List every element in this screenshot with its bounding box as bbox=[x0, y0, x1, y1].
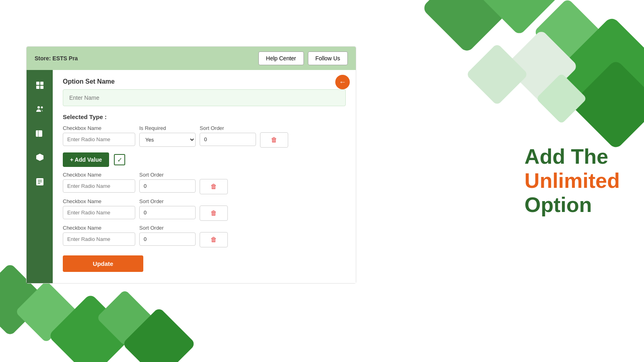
store-label-text: Store: bbox=[35, 55, 51, 62]
main-field-row: Checkbox Name Is Required Yes No Sort Or… bbox=[63, 125, 346, 148]
sub-checkbox-name-group-3: Checkbox Name bbox=[63, 225, 135, 246]
svg-rect-15 bbox=[36, 86, 39, 89]
trash-icon-4: 🗑 bbox=[211, 236, 217, 243]
content-area: ← Option Set Name Selected Type : Checkb… bbox=[27, 70, 356, 283]
sub-sort-input-3[interactable] bbox=[139, 232, 196, 246]
sub-checkbox-label-3: Checkbox Name bbox=[63, 225, 135, 231]
main-content: ← Option Set Name Selected Type : Checkb… bbox=[53, 70, 356, 283]
sub-sort-group-3: Sort Order bbox=[139, 225, 196, 246]
promo-line2: Unlimited bbox=[524, 169, 620, 193]
sub-checkbox-name-group-2: Checkbox Name bbox=[63, 198, 135, 219]
checkbox-name-group: Checkbox Name bbox=[63, 125, 135, 146]
sub-sort-label-1: Sort Order bbox=[139, 172, 196, 178]
selected-type-label: Selected Type : bbox=[63, 113, 346, 120]
trash-icon-3: 🗑 bbox=[211, 210, 217, 217]
svg-rect-9 bbox=[15, 280, 78, 343]
sidebar-item-dashboard[interactable] bbox=[31, 76, 49, 94]
option-set-name-label: Option Set Name bbox=[63, 78, 346, 85]
store-label: Store: ESTS Pra bbox=[35, 55, 78, 62]
sub-row-1: Checkbox Name Sort Order 🗑 bbox=[63, 172, 346, 194]
checkbox-check[interactable]: ✓ bbox=[114, 154, 125, 165]
sub-checkbox-name-group-1: Checkbox Name bbox=[63, 172, 135, 193]
trash-icon-1: 🗑 bbox=[271, 136, 277, 144]
sub-sort-label-3: Sort Order bbox=[139, 225, 196, 231]
help-center-button[interactable]: Help Center bbox=[258, 51, 304, 65]
svg-rect-2 bbox=[533, 0, 602, 66]
svg-rect-10 bbox=[48, 293, 133, 362]
promo-line3: Option bbox=[524, 193, 620, 217]
sub-sort-group-2: Sort Order bbox=[139, 198, 196, 219]
header-bar: Store: ESTS Pra Help Center Follow Us bbox=[27, 47, 356, 70]
sub-row-3: Checkbox Name Sort Order 🗑 bbox=[63, 225, 346, 247]
svg-rect-0 bbox=[421, 0, 512, 53]
sub-row-2: Checkbox Name Sort Order 🗑 bbox=[63, 198, 346, 221]
update-button[interactable]: Update bbox=[63, 255, 143, 272]
svg-rect-3 bbox=[555, 16, 644, 130]
box-icon bbox=[35, 153, 45, 162]
svg-rect-11 bbox=[96, 289, 153, 346]
grid-icon bbox=[35, 80, 45, 90]
svg-point-18 bbox=[41, 106, 43, 108]
sort-order-input[interactable] bbox=[200, 133, 256, 146]
app-window: Store: ESTS Pra Help Center Follow Us bbox=[26, 46, 356, 284]
back-button[interactable]: ← bbox=[335, 75, 350, 89]
checkbox-name-label: Checkbox Name bbox=[63, 125, 135, 131]
sidebar-item-catalog[interactable] bbox=[31, 124, 49, 142]
promo-section: Add The Unlimited Option bbox=[524, 145, 620, 217]
sidebar bbox=[27, 70, 53, 283]
promo-line1: Add The bbox=[524, 145, 620, 169]
delete-button-3[interactable]: 🗑 bbox=[200, 206, 228, 221]
is-required-label: Is Required bbox=[139, 125, 196, 131]
header-buttons: Help Center Follow Us bbox=[258, 51, 348, 65]
sidebar-item-users[interactable] bbox=[31, 100, 49, 118]
sub-sort-input-2[interactable] bbox=[139, 206, 196, 219]
svg-point-17 bbox=[37, 106, 40, 109]
is-required-group: Is Required Yes No bbox=[139, 125, 196, 147]
svg-rect-4 bbox=[504, 29, 578, 103]
sub-checkbox-label-1: Checkbox Name bbox=[63, 172, 135, 178]
delete-button-1[interactable]: 🗑 bbox=[260, 132, 288, 148]
sub-checkbox-input-3[interactable] bbox=[63, 232, 135, 246]
sort-order-label: Sort Order bbox=[200, 125, 256, 131]
store-name-text: ESTS Pra bbox=[52, 55, 78, 62]
option-set-name-input[interactable] bbox=[63, 89, 346, 106]
svg-rect-7 bbox=[536, 73, 587, 124]
users-icon bbox=[35, 105, 45, 114]
back-arrow-icon: ← bbox=[339, 78, 346, 86]
svg-rect-14 bbox=[40, 82, 43, 85]
svg-rect-12 bbox=[122, 307, 196, 362]
is-required-select[interactable]: Yes No bbox=[139, 133, 196, 147]
sort-order-group: Sort Order bbox=[200, 125, 256, 146]
sub-sort-label-2: Sort Order bbox=[139, 198, 196, 204]
sub-sort-input-1[interactable] bbox=[139, 179, 196, 193]
svg-rect-6 bbox=[570, 59, 644, 150]
edit-icon bbox=[35, 177, 45, 187]
svg-rect-13 bbox=[36, 82, 39, 85]
delete-button-2[interactable]: 🗑 bbox=[200, 179, 228, 194]
add-value-button[interactable]: + Add Value bbox=[63, 152, 109, 167]
sidebar-item-products[interactable] bbox=[31, 148, 49, 167]
svg-rect-1 bbox=[479, 0, 559, 36]
checkbox-name-input[interactable] bbox=[63, 133, 135, 146]
sub-checkbox-input-1[interactable] bbox=[63, 179, 135, 193]
follow-us-button[interactable]: Follow Us bbox=[308, 51, 348, 65]
book-icon bbox=[35, 129, 45, 138]
delete-button-4[interactable]: 🗑 bbox=[200, 232, 228, 247]
trash-icon-2: 🗑 bbox=[211, 183, 217, 190]
sub-checkbox-label-2: Checkbox Name bbox=[63, 198, 135, 204]
sidebar-item-orders[interactable] bbox=[31, 173, 49, 191]
svg-rect-16 bbox=[40, 86, 43, 89]
svg-rect-5 bbox=[466, 43, 528, 106]
sub-sort-group-1: Sort Order bbox=[139, 172, 196, 193]
sub-checkbox-input-2[interactable] bbox=[63, 206, 135, 219]
add-value-row: + Add Value ✓ bbox=[63, 152, 346, 167]
